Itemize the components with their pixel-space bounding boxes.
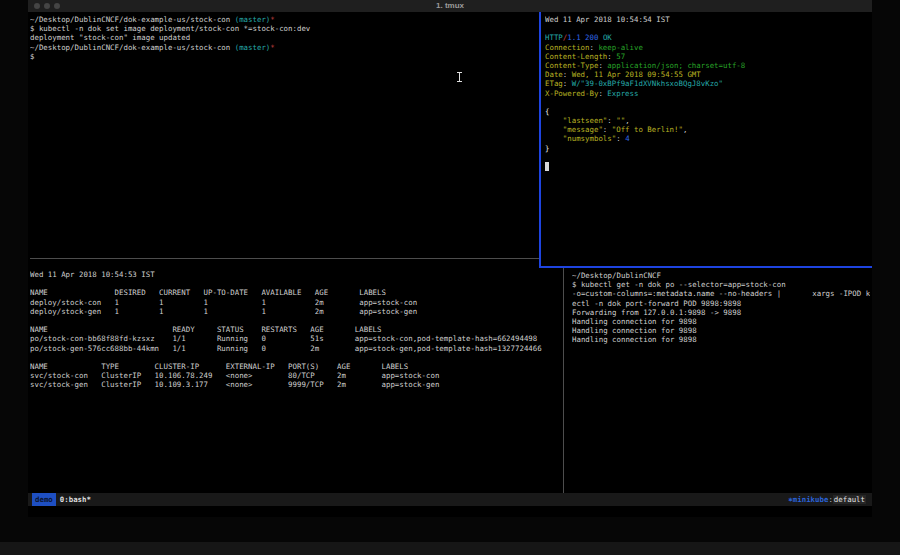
terminal-line: Connection: keep-alive [545,43,868,52]
kube-context-label: minikube [793,495,829,504]
terminal-line: "numsymbols": 4 [545,134,868,143]
pane-divider-vertical-active[interactable] [539,12,541,267]
terminal-line [545,153,868,162]
terminal-line: svc/stock-gen ClusterIP 10.109.3.177 <no… [30,380,561,389]
terminal-line: Handling connection for 9898 [572,335,870,344]
terminal-line [545,98,868,107]
terminal-line: ETag: W/"39-0xBPf9aF1dXVNkhsxoBQgJ8vKzo" [545,79,868,88]
terminal-line: "lastseen": "", [545,116,868,125]
terminal-line: svc/stock-con ClusterIP 10.106.78.249 <n… [30,371,561,380]
pane-divider-left-horizontal[interactable] [30,258,539,259]
terminal-line: $ kubectl -n dok set image deployment/st… [30,24,535,33]
terminal-line: ~/Desktop/DublinCNCF/dok-example-us/stoc… [30,43,535,52]
terminal-line: X-Powered-By: Express [545,89,868,98]
mouse-cursor-ibeam [456,72,463,83]
kube-namespace-label: default [833,495,866,504]
window-titlebar: 1. tmux [28,0,872,12]
terminal-line: "message": "Off to Berlin!", [545,125,868,134]
terminal-line: { [545,107,868,116]
terminal-window: 1. tmux ~/Desktop/DublinCNCF/dok-example… [28,0,872,517]
terminal-line [30,316,561,325]
pane-divider-right-horizontal-active[interactable] [539,266,872,268]
terminal-line: ectl -n dok port-forward POD 9898:9898 [572,299,870,308]
terminal-line: Content-Type: application/json; charset=… [545,61,868,70]
desktop-background-strip [0,542,900,555]
pane-bottom-right-port-forward[interactable]: ~/Desktop/DublinCNCF$ kubectl get -n dok… [572,271,870,491]
terminal-line: HTTP/1.1 200 OK [545,33,868,42]
terminal-line: NAME TYPE CLUSTER-IP EXTERNAL-IP PORT(S)… [30,362,561,371]
terminal-line: ~/Desktop/DublinCNCF [572,271,870,280]
window-title: 1. tmux [28,0,872,12]
terminal-line: deploy/stock-gen 1 1 1 1 2m app=stock-ge… [30,307,561,316]
session-badge[interactable]: demo [32,493,56,506]
terminal-line: $ [30,52,535,61]
terminal-line: deploy/stock-con 1 1 1 1 2m app=stock-co… [30,298,561,307]
terminal-line: deployment "stock-con" image updated [30,33,535,42]
terminal-line: $ kubectl get -n dok po --selector=app=s… [572,280,870,289]
terminal-line: Handling connection for 9898 [572,326,870,335]
terminal-line: Date: Wed, 11 Apr 2018 09:54:55 GMT [545,70,868,79]
terminal-line [545,24,868,33]
terminal-line: Wed 11 Apr 2018 10:54:53 IST [30,270,561,279]
terminal-line: -o=custom-columns=:metadata.name --no-he… [572,289,870,298]
terminal-line [30,353,561,362]
terminal-line: Handling connection for 9898 [572,317,870,326]
terminal-line: Forwarding from 127.0.0.1:9898 -> 9898 [572,308,870,317]
window-tab-bash[interactable]: 0:bash* [56,495,91,504]
status-left: demo0:bash* [32,493,91,506]
terminal-line: } [545,144,868,153]
pane-bottom-left-kubectl-get[interactable]: Wed 11 Apr 2018 10:54:53 IST NAME DESIRE… [30,270,561,490]
terminal-line: ~/Desktop/DublinCNCF/dok-example-us/stoc… [30,15,535,24]
status-right: ⎈minikube:default [788,493,866,506]
terminal-line [30,279,561,288]
terminal-line: Content-Length: 57 [545,52,868,61]
terminal-line: Wed 11 Apr 2018 10:54:54 IST [545,15,868,24]
pane-top-right-http-response[interactable]: Wed 11 Apr 2018 10:54:54 IST HTTP/1.1 20… [545,15,868,263]
pane-divider-bottom-vertical[interactable] [563,268,564,493]
terminal-line: NAME READY STATUS RESTARTS AGE LABELS [30,325,561,334]
terminal-line: po/stock-con-bb68f88fd-kzsxz 1/1 Running… [30,334,561,343]
tmux-status-bar: demo0:bash* ⎈minikube:default [28,493,872,506]
terminal-line: NAME DESIRED CURRENT UP-TO-DATE AVAILABL… [30,288,561,297]
pane-top-left-shell[interactable]: ~/Desktop/DublinCNCF/dok-example-us/stoc… [30,15,535,255]
terminal-line: po/stock-gen-576cc688bb-44kmn 1/1 Runnin… [30,344,561,353]
terminal-line [545,162,868,171]
